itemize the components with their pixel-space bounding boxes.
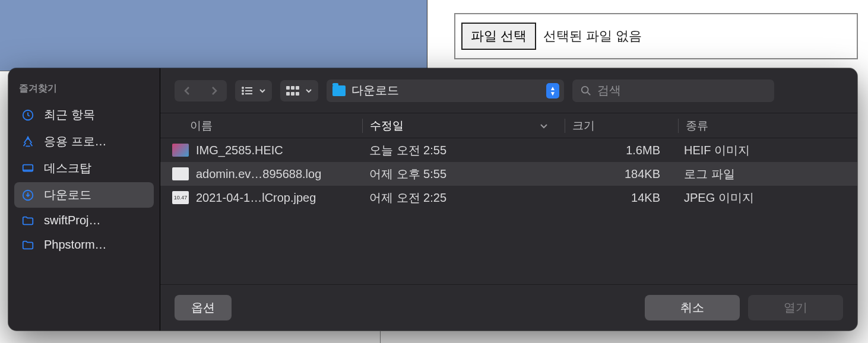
file-name: 2021-04-1…lCrop.jpeg bbox=[196, 191, 316, 205]
file-size: 14KB bbox=[564, 191, 677, 205]
file-kind: JPEG 이미지 bbox=[677, 190, 857, 206]
sidebar-item-label: 데스크탑 bbox=[44, 160, 91, 176]
view-mode-button[interactable] bbox=[235, 80, 272, 101]
sidebar: 즐겨찾기 최근 항목 응용 프로… 데스크탑 다운로드 bbox=[8, 68, 160, 331]
grid-icon bbox=[286, 86, 299, 96]
folder-icon bbox=[21, 214, 36, 227]
search-box[interactable] bbox=[572, 80, 774, 102]
desktop-icon bbox=[21, 162, 36, 175]
sidebar-item-recents[interactable]: 최근 항목 bbox=[14, 102, 154, 128]
file-row[interactable]: 10.47 2021-04-1…lCrop.jpeg 어제 오전 2:25 14… bbox=[160, 186, 857, 209]
sidebar-heading-favorites: 즐겨찾기 bbox=[14, 80, 154, 101]
clock-icon bbox=[21, 109, 36, 122]
nav-back-button[interactable] bbox=[175, 80, 201, 101]
dialog-footer: 옵션 취소 열기 bbox=[160, 284, 857, 331]
column-header-size[interactable]: 크기 bbox=[565, 118, 678, 134]
sidebar-item-label: swiftProj… bbox=[44, 214, 101, 227]
file-status-text: 선택된 파일 없음 bbox=[543, 27, 642, 45]
column-header-name[interactable]: 이름 bbox=[160, 118, 362, 134]
background-divider bbox=[380, 331, 381, 343]
svg-point-5 bbox=[242, 93, 243, 94]
chevron-down-icon bbox=[259, 88, 266, 93]
sidebar-item-applications[interactable]: 응용 프로… bbox=[14, 129, 154, 154]
column-header-kind[interactable]: 종류 bbox=[679, 118, 857, 134]
group-mode-button[interactable] bbox=[280, 80, 318, 101]
svg-point-3 bbox=[242, 87, 243, 88]
background-strip bbox=[0, 332, 427, 343]
svg-point-12 bbox=[582, 86, 588, 93]
svg-rect-7 bbox=[291, 86, 294, 90]
location-dropdown[interactable]: 다운로드 ▲▼ bbox=[327, 80, 564, 102]
background-panel-left bbox=[0, 0, 427, 71]
file-modified: 오늘 오전 2:55 bbox=[362, 142, 564, 158]
updown-icon: ▲▼ bbox=[546, 83, 559, 99]
svg-rect-9 bbox=[286, 92, 290, 96]
chevron-right-icon bbox=[210, 86, 217, 96]
folder-icon bbox=[21, 239, 36, 252]
file-list[interactable]: IMG_2585.HEIC 오늘 오전 2:55 1.6MB HEIF 이미지 … bbox=[160, 138, 857, 284]
document-icon bbox=[172, 167, 189, 180]
column-header-modified[interactable]: 수정일 bbox=[363, 118, 565, 134]
columns-header: 이름 수정일 크기 종류 bbox=[160, 113, 857, 138]
open-file-dialog: 즐겨찾기 최근 항목 응용 프로… 데스크탑 다운로드 bbox=[8, 68, 857, 331]
cancel-button[interactable]: 취소 bbox=[645, 295, 740, 320]
document-icon: 10.47 bbox=[172, 191, 189, 204]
folder-icon bbox=[332, 85, 346, 96]
sidebar-item-desktop[interactable]: 데스크탑 bbox=[14, 155, 154, 181]
search-input[interactable] bbox=[597, 84, 766, 97]
svg-rect-11 bbox=[296, 92, 299, 96]
column-header-label: 수정일 bbox=[370, 118, 404, 134]
file-size: 1.6MB bbox=[564, 144, 677, 157]
file-upload-area: 파일 선택 선택된 파일 없음 bbox=[454, 13, 858, 59]
file-name: adomin.ev…895688.log bbox=[196, 167, 321, 181]
sidebar-item-label: 최근 항목 bbox=[44, 107, 95, 123]
chevron-down-icon bbox=[305, 88, 312, 93]
sidebar-item-label: 응용 프로… bbox=[44, 134, 107, 150]
chevron-left-icon bbox=[184, 86, 191, 96]
file-name: IMG_2585.HEIC bbox=[196, 144, 283, 157]
apps-icon bbox=[21, 135, 36, 148]
location-label: 다운로드 bbox=[351, 82, 540, 99]
file-row[interactable]: adomin.ev…895688.log 어제 오후 5:55 184KB 로그… bbox=[160, 162, 857, 186]
file-select-button[interactable]: 파일 선택 bbox=[461, 23, 536, 50]
svg-rect-8 bbox=[296, 86, 299, 90]
file-kind: 로그 파일 bbox=[677, 166, 857, 182]
sidebar-item-phpstorm[interactable]: Phpstorm… bbox=[14, 233, 154, 256]
svg-rect-10 bbox=[291, 92, 294, 96]
image-thumbnail-icon bbox=[172, 144, 189, 157]
search-icon bbox=[581, 85, 591, 96]
svg-point-4 bbox=[242, 90, 243, 91]
sidebar-item-swiftproj[interactable]: swiftProj… bbox=[14, 209, 154, 232]
nav-buttons bbox=[175, 80, 227, 101]
file-size: 184KB bbox=[564, 167, 677, 181]
download-icon bbox=[21, 189, 36, 202]
toolbar: 다운로드 ▲▼ bbox=[160, 68, 857, 113]
svg-rect-6 bbox=[286, 86, 290, 90]
chevron-down-icon bbox=[540, 123, 548, 129]
open-button[interactable]: 열기 bbox=[748, 295, 843, 320]
file-modified: 어제 오후 5:55 bbox=[362, 166, 564, 182]
options-button[interactable]: 옵션 bbox=[175, 295, 232, 320]
sidebar-item-label: Phpstorm… bbox=[44, 238, 107, 252]
sidebar-item-label: 다운로드 bbox=[44, 187, 91, 203]
file-modified: 어제 오전 2:25 bbox=[362, 190, 564, 206]
main-panel: 다운로드 ▲▼ 이름 수정일 크기 종류 bbox=[160, 68, 857, 331]
file-row[interactable]: IMG_2585.HEIC 오늘 오전 2:55 1.6MB HEIF 이미지 bbox=[160, 138, 857, 162]
nav-forward-button[interactable] bbox=[201, 80, 227, 101]
sidebar-item-downloads[interactable]: 다운로드 bbox=[14, 182, 154, 208]
list-icon bbox=[241, 86, 253, 96]
file-kind: HEIF 이미지 bbox=[677, 142, 857, 158]
